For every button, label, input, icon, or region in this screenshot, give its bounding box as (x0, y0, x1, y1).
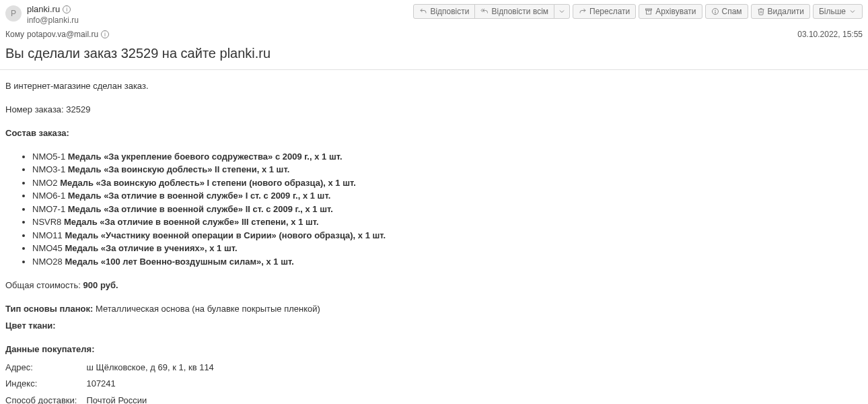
svg-rect-1 (647, 10, 651, 14)
email-body: В интернет-магазине сделан заказ. Номер … (0, 70, 868, 404)
reply-all-button[interactable]: Відповісти всім (474, 4, 554, 19)
order-list: NMO5-1 Медаль «За укрепление боевого сод… (5, 150, 863, 269)
chevron-down-icon (848, 7, 857, 15)
buyer-table: Адрес: ш Щёлковское, д 69, к 1, кв 114 И… (5, 360, 863, 404)
more-button[interactable]: Більше (813, 4, 863, 19)
to-email: potapov.va@mail.ru (27, 30, 98, 39)
forward-icon (579, 7, 587, 15)
info-icon[interactable]: i (63, 5, 71, 13)
to-label: Кому (5, 30, 24, 39)
meta-row: Кому potapov.va@mail.ru i 03.10.2022, 15… (0, 28, 868, 43)
sender-email: info@planki.ru (27, 15, 79, 26)
reply-all-icon (480, 7, 489, 15)
buyer-row-index: Индекс: 107241 (5, 376, 863, 393)
order-number: Номер заказа: 32529 (5, 103, 863, 117)
email-subject: Вы сделали заказ 32529 на сайте planki.r… (0, 43, 868, 70)
total-line: Общая стоимость: 900 руб. (5, 279, 863, 293)
base-type-line: Тип основы планок: Металлическая основа … (5, 302, 863, 316)
list-item: NMO2 Медаль «За воинскую доблесть» I сте… (32, 176, 863, 190)
list-item: NMO5-1 Медаль «За укрепление боевого сод… (32, 150, 863, 164)
composition-label: Состав заказа: (5, 127, 863, 141)
reply-button[interactable]: Відповісти (413, 4, 475, 19)
forward-button[interactable]: Переслати (573, 4, 636, 19)
email-header: P planki.ru i info@planki.ru Відповісти … (0, 0, 868, 28)
reply-dropdown-button[interactable] (554, 4, 570, 19)
list-item: NMO6-1 Медаль «За отличие в военной служ… (32, 189, 863, 203)
avatar: P (5, 5, 22, 22)
buyer-row-address: Адрес: ш Щёлковское, д 69, к 1, кв 114 (5, 360, 863, 376)
email-datetime: 03.10.2022, 15:55 (797, 30, 863, 39)
intro-text: В интернет-магазине сделан заказ. (5, 79, 863, 94)
buyer-title: Данные покупателя: (5, 343, 863, 357)
chevron-down-icon (558, 7, 566, 15)
list-item: NMO28 Медаль «100 лет Военно-воздушным с… (32, 255, 863, 269)
info-icon[interactable]: i (101, 30, 109, 38)
list-item: NMO11 Медаль «Участнику военной операции… (32, 229, 863, 242)
trash-icon (757, 7, 765, 15)
archive-icon (645, 7, 653, 15)
list-item: NMO45 Медаль «За отличие в учениях», х 1… (32, 242, 863, 255)
sender-block: P planki.ru i info@planki.ru (5, 4, 79, 26)
fabric-line: Цвет ткани: (5, 319, 863, 333)
delete-button[interactable]: Видалити (751, 4, 810, 19)
sender-name: planki.ru i (27, 4, 71, 15)
spam-icon (711, 7, 719, 15)
spam-button[interactable]: Спам (705, 4, 748, 19)
list-item: NMO7-1 Медаль «За отличие в военной служ… (32, 203, 863, 216)
buyer-row-delivery: Способ доставки: Почтой России (5, 393, 863, 404)
reply-icon (419, 7, 427, 15)
svg-point-5 (715, 13, 715, 13)
list-item: NMO3-1 Медаль «За воинскую доблесть» II … (32, 163, 863, 176)
list-item: NSVR8 Медаль «За отличие в военной служб… (32, 215, 863, 229)
archive-button[interactable]: Архівувати (639, 4, 702, 19)
to-line: Кому potapov.va@mail.ru i (5, 30, 109, 39)
toolbar: Відповісти Відповісти всім Переслати Арх… (413, 4, 863, 19)
